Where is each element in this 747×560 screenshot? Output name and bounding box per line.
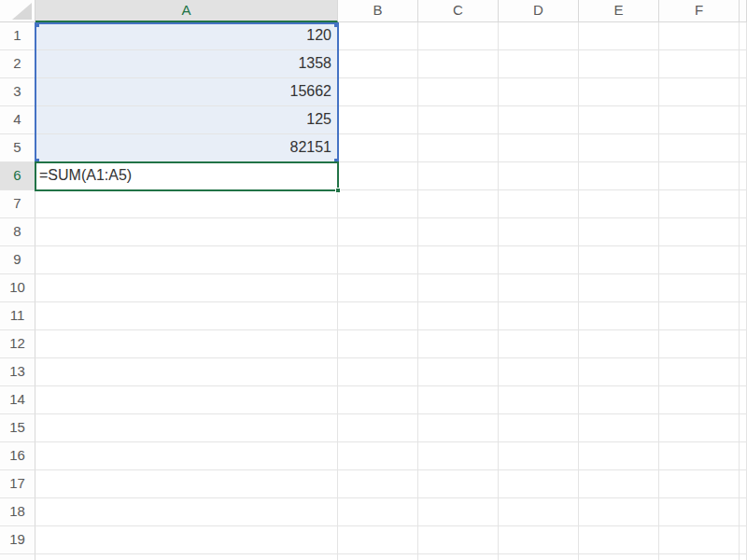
- cell-c17[interactable]: [418, 470, 499, 498]
- cell-d7[interactable]: [499, 190, 579, 218]
- cell-a20[interactable]: [35, 554, 338, 560]
- cell-f3[interactable]: [659, 78, 740, 106]
- cell-d5[interactable]: [499, 134, 579, 162]
- cell-b13[interactable]: [338, 358, 418, 386]
- column-header-e[interactable]: E: [579, 0, 659, 22]
- cell-a17[interactable]: [35, 470, 338, 498]
- column-header-f[interactable]: F: [659, 0, 740, 22]
- cell-e14[interactable]: [579, 386, 659, 414]
- cell-d8[interactable]: [499, 218, 579, 246]
- cell-a2[interactable]: 1358: [35, 50, 338, 78]
- cell-d15[interactable]: [499, 414, 579, 442]
- cell-c5[interactable]: [418, 134, 499, 162]
- cell-d20[interactable]: [499, 554, 579, 560]
- cell-e15[interactable]: [579, 414, 659, 442]
- row-header-6[interactable]: 6: [0, 162, 35, 190]
- cell-f11[interactable]: [659, 302, 740, 330]
- cell-d2[interactable]: [499, 50, 579, 78]
- row-header-5[interactable]: 5: [0, 134, 35, 162]
- cell-e18[interactable]: [579, 498, 659, 526]
- cell-e9[interactable]: [579, 246, 659, 274]
- cell-f17[interactable]: [659, 470, 740, 498]
- cell-c13[interactable]: [418, 358, 499, 386]
- row-header-17[interactable]: 17: [0, 470, 35, 498]
- cell-e20[interactable]: [579, 554, 659, 560]
- cell-c15[interactable]: [418, 414, 499, 442]
- cell-e10[interactable]: [579, 274, 659, 302]
- cell-b9[interactable]: [338, 246, 418, 274]
- cell-e11[interactable]: [579, 302, 659, 330]
- cell-e2[interactable]: [579, 50, 659, 78]
- row-header-9[interactable]: 9: [0, 246, 35, 274]
- cell-e17[interactable]: [579, 470, 659, 498]
- cell-d1[interactable]: [499, 22, 579, 50]
- cell-b5[interactable]: [338, 134, 418, 162]
- cell-a11[interactable]: [35, 302, 338, 330]
- cell-a4[interactable]: 125: [35, 106, 338, 134]
- cell-e5[interactable]: [579, 134, 659, 162]
- cell-c6[interactable]: [418, 162, 499, 190]
- cell-f16[interactable]: [659, 442, 740, 470]
- cell-b6[interactable]: [338, 162, 418, 190]
- cell-c14[interactable]: [418, 386, 499, 414]
- row-header-2[interactable]: 2: [0, 50, 35, 78]
- cell-a8[interactable]: [35, 218, 338, 246]
- row-header-10[interactable]: 10: [0, 274, 35, 302]
- cell-d12[interactable]: [499, 330, 579, 358]
- cell-c20[interactable]: [418, 554, 499, 560]
- cell-a14[interactable]: [35, 386, 338, 414]
- cell-a9[interactable]: [35, 246, 338, 274]
- column-header-a[interactable]: A: [35, 0, 338, 22]
- cell-d6[interactable]: [499, 162, 579, 190]
- cell-b18[interactable]: [338, 498, 418, 526]
- cell-b2[interactable]: [338, 50, 418, 78]
- cell-c7[interactable]: [418, 190, 499, 218]
- cell-c16[interactable]: [418, 442, 499, 470]
- cell-d17[interactable]: [499, 470, 579, 498]
- cell-c11[interactable]: [418, 302, 499, 330]
- cell-b7[interactable]: [338, 190, 418, 218]
- cell-f1[interactable]: [659, 22, 740, 50]
- cell-b15[interactable]: [338, 414, 418, 442]
- row-header-18[interactable]: 18: [0, 498, 35, 526]
- cell-e3[interactable]: [579, 78, 659, 106]
- row-header-13[interactable]: 13: [0, 358, 35, 386]
- cell-d13[interactable]: [499, 358, 579, 386]
- row-header-3[interactable]: 3: [0, 78, 35, 106]
- row-header-7[interactable]: 7: [0, 190, 35, 218]
- cell-b8[interactable]: [338, 218, 418, 246]
- cell-f5[interactable]: [659, 134, 740, 162]
- cell-f18[interactable]: [659, 498, 740, 526]
- cell-c9[interactable]: [418, 246, 499, 274]
- cell-a19[interactable]: [35, 526, 338, 554]
- cell-b10[interactable]: [338, 274, 418, 302]
- cell-d10[interactable]: [499, 274, 579, 302]
- row-header-19[interactable]: 19: [0, 526, 35, 554]
- row-header-1[interactable]: 1: [0, 22, 35, 50]
- row-header-16[interactable]: 16: [0, 442, 35, 470]
- row-header-15[interactable]: 15: [0, 414, 35, 442]
- cell-b1[interactable]: [338, 22, 418, 50]
- row-header-11[interactable]: 11: [0, 302, 35, 330]
- column-header-b[interactable]: B: [338, 0, 418, 22]
- cell-d16[interactable]: [499, 442, 579, 470]
- cell-c18[interactable]: [418, 498, 499, 526]
- cell-c19[interactable]: [418, 526, 499, 554]
- cell-e8[interactable]: [579, 218, 659, 246]
- cell-f19[interactable]: [659, 526, 740, 554]
- cell-d11[interactable]: [499, 302, 579, 330]
- cell-b19[interactable]: [338, 526, 418, 554]
- cell-c8[interactable]: [418, 218, 499, 246]
- row-header-4[interactable]: 4: [0, 106, 35, 134]
- cell-a3[interactable]: 15662: [35, 78, 338, 106]
- cell-c10[interactable]: [418, 274, 499, 302]
- cell-f2[interactable]: [659, 50, 740, 78]
- cell-e1[interactable]: [579, 22, 659, 50]
- cell-d3[interactable]: [499, 78, 579, 106]
- cell-a6[interactable]: =SUM(A1:A5): [35, 162, 338, 190]
- cell-d18[interactable]: [499, 498, 579, 526]
- cell-a15[interactable]: [35, 414, 338, 442]
- cell-b14[interactable]: [338, 386, 418, 414]
- cell-f14[interactable]: [659, 386, 740, 414]
- cell-d4[interactable]: [499, 106, 579, 134]
